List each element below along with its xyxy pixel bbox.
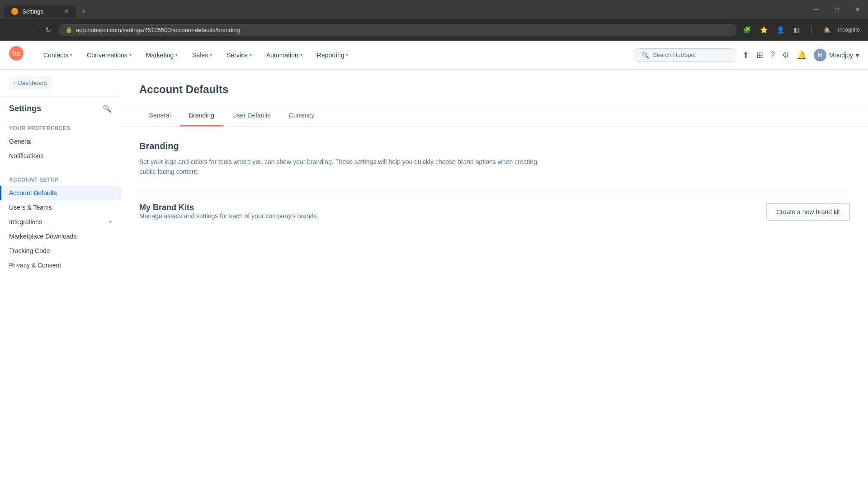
your-preferences-label: Your Preferences xyxy=(0,122,121,134)
maximize-btn[interactable]: □ xyxy=(826,2,847,17)
upgrade-icon[interactable]: ⬆ xyxy=(742,50,749,60)
tab-branding[interactable]: Branding xyxy=(180,105,223,127)
brand-kits-header-left: My Brand Kits Manage assets and settings… xyxy=(139,203,318,220)
sidebar-icon[interactable]: ◧ xyxy=(791,24,802,35)
notifications-icon[interactable]: 🔔 xyxy=(797,50,807,60)
tab-currency[interactable]: Currency xyxy=(280,105,324,127)
nav-marketing[interactable]: Marketing ▾ xyxy=(140,48,184,62)
brand-kits-desc: Manage assets and settings for each of y… xyxy=(139,212,318,220)
your-preferences-section: Your Preferences General Notifications xyxy=(0,117,121,169)
sidebar-item-marketplace-downloads[interactable]: Marketplace Downloads xyxy=(0,229,121,244)
browser-actions: 🧩 ⭐ 👤 ◧ ⋮ 🕵 Incognito xyxy=(741,24,863,35)
minimize-btn[interactable]: — xyxy=(806,2,826,17)
window-controls: — □ ✕ xyxy=(806,2,868,17)
chevron-down-icon: ▾ xyxy=(109,219,112,225)
create-brand-kit-label: Create a new brand kit xyxy=(776,208,840,216)
chevron-down-icon: ▾ xyxy=(129,52,132,57)
back-btn[interactable]: ← xyxy=(5,24,20,36)
account-setup-section: Account Setup Account Defaults Users & T… xyxy=(0,169,121,278)
brand-kits-header: My Brand Kits Manage assets and settings… xyxy=(139,203,850,221)
dashboard-button[interactable]: ‹ Dashboard xyxy=(9,77,52,89)
tab-favicon: 🟠 xyxy=(11,8,19,15)
branding-section-title: Branding xyxy=(139,141,850,151)
incognito-badge: 🕵 Incognito xyxy=(821,25,863,35)
tabs-bar: General Branding User Defaults Currency xyxy=(121,105,868,127)
app-layout: ‹ Dashboard Settings 🔍 Your Preferences … xyxy=(0,70,868,488)
refresh-btn[interactable]: ↻ xyxy=(42,24,55,36)
account-setup-label: Account Setup xyxy=(0,174,121,186)
incognito-icon: 🕵 xyxy=(821,25,833,35)
tab-general[interactable]: General xyxy=(139,105,180,127)
chevron-down-icon: ▾ xyxy=(856,52,859,59)
nav-sales[interactable]: Sales ▾ xyxy=(186,48,218,62)
back-arrow-icon: ‹ xyxy=(14,80,15,86)
brand-kits-section: My Brand Kits Manage assets and settings… xyxy=(139,203,850,221)
page-header: Account Defaults xyxy=(121,70,868,105)
lock-icon: 🔒 xyxy=(66,27,72,33)
nav-contacts[interactable]: Contacts ▾ xyxy=(37,48,79,62)
nav-reporting[interactable]: Reporting ▾ xyxy=(311,48,355,62)
sidebar-item-notifications[interactable]: Notifications xyxy=(0,149,121,163)
close-btn[interactable]: ✕ xyxy=(847,2,868,17)
settings-icon[interactable]: ⚙ xyxy=(782,50,789,60)
nav-automation[interactable]: Automation ▾ xyxy=(260,48,309,62)
incognito-label: Incognito xyxy=(835,25,863,35)
browser-tab[interactable]: 🟠 Settings ✕ xyxy=(4,5,76,18)
sidebar-item-users-teams[interactable]: Users & Teams xyxy=(0,200,121,215)
user-menu[interactable]: M Moodjoy ▾ xyxy=(814,49,859,61)
search-box[interactable]: 🔍 xyxy=(636,48,735,62)
sidebar-item-integrations[interactable]: Integrations ▾ xyxy=(0,215,121,229)
chevron-down-icon: ▾ xyxy=(70,52,72,57)
main-nav: Contacts ▾ Conversations ▾ Marketing ▾ S… xyxy=(37,48,636,62)
branding-section-desc: Set your logo and colors for tools where… xyxy=(139,157,546,177)
divider xyxy=(139,192,850,192)
search-icon: 🔍 xyxy=(642,52,649,59)
tab-close-btn[interactable]: ✕ xyxy=(64,8,69,14)
extensions-icon[interactable]: 🧩 xyxy=(741,24,754,35)
top-nav-actions: 🔍 ⬆ ⊞ ? ⚙ 🔔 M Moodjoy ▾ xyxy=(636,48,859,62)
chevron-down-icon: ▾ xyxy=(210,52,212,57)
content-area: Branding Set your logo and colors for to… xyxy=(121,127,868,241)
sidebar: ‹ Dashboard Settings 🔍 Your Preferences … xyxy=(0,70,121,488)
sidebar-item-privacy-consent[interactable]: Privacy & Consent xyxy=(0,258,121,272)
nav-service[interactable]: Service ▾ xyxy=(220,48,258,62)
user-name: Moodjoy xyxy=(829,52,853,59)
tab-user-defaults[interactable]: User Defaults xyxy=(223,105,280,127)
brand-kits-title: My Brand Kits xyxy=(139,203,318,212)
chevron-down-icon: ▾ xyxy=(175,52,178,57)
chevron-down-icon: ▾ xyxy=(250,52,252,57)
browser-toolbar: ← → ↻ 🔒 app.hubspot.com/settings/4510550… xyxy=(0,19,868,41)
url-text: app.hubspot.com/settings/45105500/accoun… xyxy=(76,27,240,33)
hubspot-logo[interactable]: hs xyxy=(9,46,24,64)
sidebar-item-account-defaults[interactable]: Account Defaults xyxy=(0,186,121,200)
sidebar-search-icon[interactable]: 🔍 xyxy=(103,104,112,113)
dashboard-btn-label: Dashboard xyxy=(18,80,47,86)
avatar: M xyxy=(814,49,826,61)
sidebar-item-tracking-code[interactable]: Tracking Code xyxy=(0,244,121,258)
top-navigation: hs Contacts ▾ Conversations ▾ Marketing … xyxy=(0,41,868,70)
menu-icon[interactable]: ⋮ xyxy=(806,24,817,35)
sidebar-item-general[interactable]: General xyxy=(0,134,121,149)
chevron-down-icon: ▾ xyxy=(346,52,348,57)
forward-btn[interactable]: → xyxy=(24,24,38,36)
new-tab-btn[interactable]: + xyxy=(78,5,90,18)
create-brand-kit-button[interactable]: Create a new brand kit xyxy=(766,203,850,221)
chevron-down-icon: ▾ xyxy=(300,52,302,57)
nav-conversations[interactable]: Conversations ▾ xyxy=(80,48,138,62)
sidebar-header: Settings 🔍 xyxy=(0,97,121,117)
marketplace-icon[interactable]: ⊞ xyxy=(756,50,763,60)
profile-icon[interactable]: 👤 xyxy=(774,24,787,35)
url-bar[interactable]: 🔒 app.hubspot.com/settings/45105500/acco… xyxy=(58,24,737,36)
main-content: Account Defaults General Branding User D… xyxy=(121,70,868,488)
tab-label: Settings xyxy=(22,8,43,15)
search-input[interactable] xyxy=(653,52,729,58)
page-title: Account Defaults xyxy=(139,83,850,96)
bookmark-icon[interactable]: ⭐ xyxy=(757,24,770,35)
help-icon[interactable]: ? xyxy=(770,50,775,60)
sidebar-top: ‹ Dashboard xyxy=(0,70,121,97)
sidebar-title: Settings xyxy=(9,104,41,113)
svg-text:hs: hs xyxy=(13,50,20,57)
